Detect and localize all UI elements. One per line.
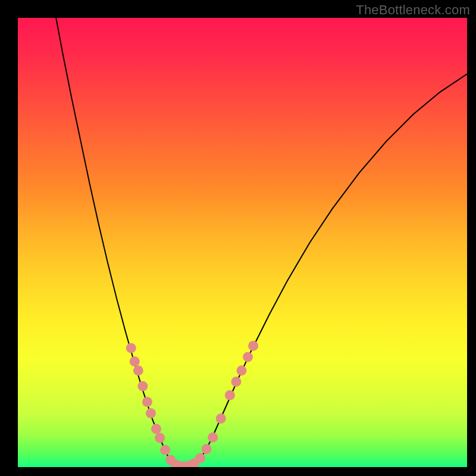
data-marker [155, 433, 165, 443]
data-marker [208, 433, 218, 443]
data-marker [248, 341, 258, 351]
data-marker [202, 444, 212, 454]
data-marker [126, 343, 136, 353]
plot-area [18, 18, 467, 467]
data-marker [133, 365, 143, 375]
data-marker [142, 397, 152, 407]
data-marker [236, 365, 246, 375]
data-marker [216, 414, 226, 424]
watermark-text: TheBottleneck.com [356, 2, 470, 18]
data-marker [160, 445, 170, 455]
curve-path [56, 18, 467, 466]
data-marker [130, 356, 140, 367]
bottleneck-curve [18, 18, 467, 467]
data-marker [231, 377, 241, 387]
data-marker [151, 424, 161, 434]
chart-frame: TheBottleneck.com [0, 0, 476, 476]
data-marker [225, 390, 235, 400]
data-marker [195, 453, 205, 463]
data-marker [146, 408, 156, 418]
data-marker [243, 352, 253, 362]
data-marker [137, 381, 148, 392]
